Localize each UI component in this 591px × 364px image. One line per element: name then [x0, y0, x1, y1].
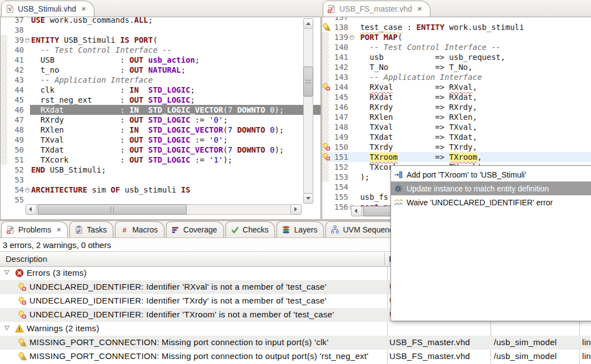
- scrollbar-thumb[interactable]: [38, 204, 187, 215]
- code-line[interactable]: 149 TXdat => TXdat,: [322, 132, 591, 142]
- scroll-down-button[interactable]: [303, 193, 313, 204]
- fold-collapse-icon[interactable]: [25, 188, 30, 193]
- code-line[interactable]: 143 -- Application Interface: [322, 72, 591, 82]
- code-line[interactable]: 141 usb => usb_request,: [322, 52, 591, 62]
- editor-tab-usb-stimuli[interactable]: V USB_Stimuli.vhd ✕: [1, 1, 94, 17]
- expand-triangle-icon[interactable]: ▽: [4, 269, 9, 276]
- code-line[interactable]: 151 TXroom => TXroom,: [322, 152, 591, 162]
- line-number[interactable]: 141: [329, 52, 348, 62]
- line-number[interactable]: 39: [7, 35, 24, 45]
- close-icon[interactable]: ✕: [417, 6, 422, 12]
- fold-gutter[interactable]: [24, 185, 30, 195]
- code-line[interactable]: 147 RXlen => RXlen,: [322, 112, 591, 122]
- code-line[interactable]: 55: [1, 195, 320, 205]
- quickfix-item[interactable]: Update instance to match entity definiti…: [391, 181, 591, 195]
- line-number[interactable]: 142: [329, 62, 348, 72]
- scroll-left-button[interactable]: [26, 204, 37, 215]
- panel-tab-coverage[interactable]: Coverage: [166, 221, 224, 237]
- error-quickfix-marker-icon[interactable]: [322, 153, 330, 161]
- line-number[interactable]: 46: [7, 105, 24, 115]
- line-number[interactable]: 38: [7, 25, 24, 35]
- code-line[interactable]: 41 USB : OUT usb_action;: [1, 55, 320, 65]
- line-number[interactable]: 143: [329, 72, 348, 82]
- code-area[interactable]: 37USE work.usb_commands.ALL;3839ENTITY U…: [1, 17, 320, 205]
- code-line[interactable]: 148 TXval => TXval,: [322, 122, 591, 132]
- line-number[interactable]: 138: [329, 22, 348, 32]
- code-line[interactable]: 51 TXcork : OUT STD_LOGIC := '1');: [1, 155, 320, 165]
- vertical-scrollbar[interactable]: [303, 18, 313, 204]
- line-number[interactable]: 51: [7, 155, 24, 165]
- panel-tab-macros[interactable]: #Macros: [115, 221, 164, 237]
- line-number[interactable]: 144: [329, 82, 348, 92]
- code-line[interactable]: 45 rst_neg_ext : OUT STD_LOGIC;: [1, 95, 320, 105]
- code-line[interactable]: 50 TXdat : OUT STD_LOGIC_VECTOR(7 DOWNTO…: [1, 145, 320, 155]
- panel-tab-layers[interactable]: Layers: [277, 221, 324, 237]
- quickfix-item[interactable]: Add port 'TXroom' to 'USB_Stimuli': [391, 168, 591, 181]
- line-number[interactable]: 50: [7, 145, 24, 155]
- close-icon[interactable]: ✕: [81, 6, 86, 12]
- code-line[interactable]: 150 TXrdy => TXrdy,: [322, 142, 591, 152]
- fold-collapse-icon[interactable]: [349, 35, 354, 40]
- line-number[interactable]: 37: [7, 17, 24, 25]
- code-line[interactable]: 42 t_no : OUT NATURAL;: [1, 65, 320, 75]
- scrollbar-thumb[interactable]: [303, 67, 313, 97]
- line-number[interactable]: 55: [7, 195, 24, 205]
- code-line[interactable]: 54ARCHITECTURE sim OF usb_stimuli IS: [1, 185, 320, 195]
- code-line[interactable]: 144 RXval => RXval,: [322, 82, 591, 92]
- line-number[interactable]: 53: [7, 175, 24, 185]
- expand-triangle-icon[interactable]: ▽: [4, 324, 9, 331]
- panel-tab-problems[interactable]: Problems✕: [1, 221, 68, 237]
- line-number[interactable]: 139: [329, 32, 348, 42]
- scrollbar-track[interactable]: [303, 28, 313, 194]
- line-number[interactable]: 41: [7, 55, 24, 65]
- code-line[interactable]: 137: [322, 17, 591, 22]
- fold-gutter[interactable]: [348, 32, 354, 42]
- line-number[interactable]: 140: [329, 42, 348, 52]
- line-number[interactable]: 150: [329, 142, 348, 152]
- line-number[interactable]: 151: [329, 152, 348, 162]
- line-number[interactable]: 47: [7, 115, 24, 125]
- code-line[interactable]: 52END USB_Stimuli;: [1, 165, 320, 175]
- code-line[interactable]: 39ENTITY USB_Stimuli IS PORT(: [1, 35, 320, 45]
- code-line[interactable]: 145 RXdat => RXdat,: [322, 92, 591, 102]
- scroll-left-button[interactable]: [351, 206, 362, 216]
- code-line[interactable]: 48 RXlen : IN STD_LOGIC_VECTOR(7 DOWNTO …: [1, 125, 320, 135]
- warning-quickfix-marker-icon[interactable]: [322, 23, 330, 31]
- problem-row[interactable]: MISSING_PORT_CONNECTION: Missing port co…: [0, 350, 591, 363]
- line-number[interactable]: 148: [329, 122, 348, 132]
- code-line[interactable]: 142 T_No => T_No,: [322, 62, 591, 72]
- code-line[interactable]: 140 -- Test Control Interface --: [322, 42, 591, 52]
- code-line[interactable]: 46 RXdat : IN STD_LOGIC_VECTOR(7 DOWNTO …: [1, 105, 320, 115]
- code-line[interactable]: 37USE work.usb_commands.ALL;: [1, 17, 320, 25]
- close-icon[interactable]: ✕: [56, 227, 61, 233]
- line-number[interactable]: 43: [7, 75, 24, 85]
- scroll-up-button[interactable]: [303, 18, 313, 29]
- line-number[interactable]: 137: [329, 17, 348, 22]
- code-line[interactable]: 43 -- Application Interface: [1, 75, 320, 85]
- editor-body-left[interactable]: 37USE work.usb_commands.ALL;3839ENTITY U…: [0, 17, 321, 220]
- line-number[interactable]: 147: [329, 112, 348, 122]
- code-line[interactable]: 38: [1, 25, 320, 35]
- line-number[interactable]: 149: [329, 132, 348, 142]
- error-quickfix-marker-icon[interactable]: [322, 83, 330, 91]
- line-number[interactable]: 40: [7, 45, 24, 55]
- horizontal-scrollbar[interactable]: [26, 204, 302, 215]
- problem-row[interactable]: MISSING_PORT_CONNECTION: Missing port co…: [0, 336, 591, 350]
- line-number[interactable]: 44: [7, 85, 24, 95]
- line-number[interactable]: 153: [329, 172, 348, 182]
- line-number[interactable]: 154: [329, 182, 348, 192]
- problem-group-row[interactable]: ▽Warnings (2 items): [0, 322, 591, 336]
- code-line[interactable]: 40 -- Test Control Interface --: [1, 45, 320, 55]
- line-number[interactable]: 146: [329, 102, 348, 112]
- code-line[interactable]: 53: [1, 175, 320, 185]
- line-number[interactable]: 156: [329, 202, 348, 212]
- line-number[interactable]: 45: [7, 95, 24, 105]
- line-number[interactable]: 152: [329, 162, 348, 172]
- code-line[interactable]: 44 clk : IN STD_LOGIC;: [1, 85, 320, 95]
- code-line[interactable]: 47 RXrdy : OUT STD_LOGIC := '0';: [1, 115, 320, 125]
- editor-tab-usb-fs-master[interactable]: V USB_FS_master.vhd ✕: [323, 1, 430, 17]
- scroll-right-button[interactable]: [291, 204, 302, 215]
- error-quickfix-marker-icon[interactable]: [322, 143, 330, 151]
- panel-tab-checks[interactable]: Checks: [226, 221, 276, 237]
- fold-gutter[interactable]: [24, 35, 30, 45]
